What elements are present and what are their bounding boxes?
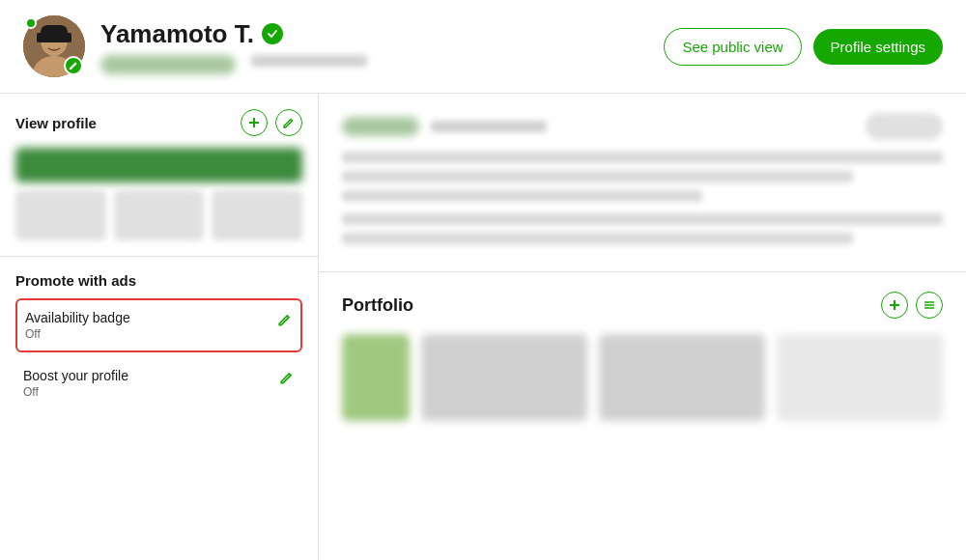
availability-badge-edit-icon[interactable] [277, 312, 293, 331]
profile-name: Yamamoto T. [100, 19, 254, 49]
avatar-edit-button[interactable] [64, 56, 83, 75]
reorder-portfolio-button[interactable] [916, 292, 943, 319]
online-indicator [25, 17, 37, 29]
profile-settings-button[interactable]: Profile settings [813, 29, 943, 65]
status-right-btn [866, 113, 943, 140]
profile-thumb-3 [212, 190, 302, 240]
availability-badge-item[interactable]: Availability badge Off [15, 298, 302, 352]
see-public-view-button[interactable]: See public view [664, 28, 801, 66]
availability-badge-name: Availability badge [25, 310, 130, 325]
add-profile-button[interactable] [241, 109, 268, 136]
portfolio-grid [342, 334, 943, 421]
header-name-section: Yamamoto T. [100, 19, 664, 74]
profile-thumbnails [15, 190, 302, 240]
promote-title: Promote with ads [15, 272, 302, 289]
promote-section: Promote with ads Availability badge Off … [0, 257, 318, 424]
boost-profile-status: Off [23, 385, 128, 399]
header-actions: See public view Profile settings [664, 28, 943, 66]
subtitle-blurred-2 [251, 55, 367, 67]
boost-profile-name: Boost your profile [23, 368, 128, 383]
profile-header: Yamamoto T. See public view Profile sett… [0, 0, 966, 94]
name-row: Yamamoto T. [100, 19, 664, 49]
content-blur-row-3 [342, 190, 702, 202]
content-status-row [342, 113, 943, 140]
status-pill [342, 117, 419, 136]
add-portfolio-button[interactable] [881, 292, 908, 319]
profile-card-blur [15, 148, 302, 182]
availability-badge-content: Availability badge Off [25, 310, 130, 341]
svg-rect-6 [37, 33, 71, 42]
content-blur-row-2 [342, 171, 853, 182]
portfolio-title: Portfolio [342, 295, 413, 316]
boost-profile-content: Boost your profile Off [23, 368, 128, 399]
boost-profile-edit-icon[interactable] [279, 370, 295, 389]
profile-thumb-1 [15, 190, 106, 240]
subtitle-row [100, 55, 664, 74]
edit-profile-button[interactable] [275, 109, 302, 136]
content-blur-row-4 [342, 213, 943, 225]
view-profile-title: View profile [15, 115, 97, 131]
view-profile-header: View profile [15, 109, 302, 136]
verified-badge [262, 23, 283, 44]
portfolio-item-green [342, 334, 410, 421]
status-blur-left [342, 117, 547, 136]
profile-thumb-2 [114, 190, 205, 240]
portfolio-actions [881, 292, 943, 319]
avatar-wrapper [23, 15, 85, 77]
portfolio-header: Portfolio [342, 292, 943, 319]
view-profile-actions [241, 109, 302, 136]
portfolio-section: Portfolio [319, 272, 966, 440]
main-layout: View profile [0, 94, 966, 560]
content-blur-row-5 [342, 233, 853, 244]
availability-badge-status: Off [25, 327, 130, 341]
portfolio-item-1 [421, 334, 587, 421]
boost-profile-item[interactable]: Boost your profile Off [15, 358, 302, 408]
status-text [431, 121, 547, 132]
right-content: Portfolio [319, 94, 966, 560]
subtitle-blurred-1 [100, 55, 236, 74]
content-top-section [319, 94, 966, 272]
view-profile-section: View profile [0, 94, 318, 257]
portfolio-item-3 [777, 334, 943, 421]
content-blur-row-1 [342, 152, 943, 163]
sidebar: View profile [0, 94, 319, 560]
portfolio-item-2 [599, 334, 765, 421]
